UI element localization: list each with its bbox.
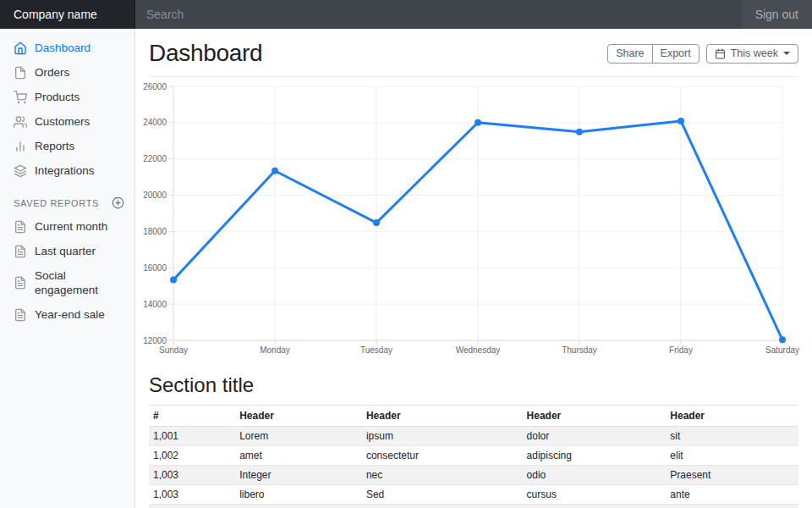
table-cell: nec <box>362 466 523 485</box>
table-row: 1,003IntegernecodioPraesent <box>149 466 798 485</box>
saved-report-current-month[interactable]: Current month <box>0 214 135 239</box>
x-axis-label: Tuesday <box>360 345 392 355</box>
x-axis-label: Saturday <box>765 345 799 355</box>
sidebar-item-orders[interactable]: Orders <box>0 60 135 85</box>
table-cell: Sed <box>362 485 523 505</box>
table-cell: consectetur <box>362 446 523 466</box>
saved-report-last-quarter[interactable]: Last quarter <box>0 239 135 263</box>
y-axis-label: 12000 <box>143 336 167 345</box>
table-row: 1,002ametconsecteturadipiscingelit <box>149 446 798 466</box>
chart-point <box>678 118 684 124</box>
sidebar-item-products[interactable]: Products <box>0 85 135 109</box>
table-header-cell: Header <box>523 406 667 427</box>
date-range-dropdown[interactable]: This week <box>706 44 798 64</box>
brand-link[interactable]: Company name <box>0 0 135 29</box>
table-cell: sit <box>666 427 798 446</box>
table-cell: odio <box>523 466 667 485</box>
file-icon <box>14 66 27 80</box>
table-cell: dolor <box>523 427 667 446</box>
table-cell: 1,001 <box>149 427 235 446</box>
chart-point <box>170 276 177 283</box>
nav-label: Orders <box>35 65 69 80</box>
nav-label: Products <box>35 90 80 104</box>
table-row: 1,003liberoSedcursusante <box>149 485 798 505</box>
saved-report-year-end-sale[interactable]: Year-end sale <box>0 302 135 327</box>
date-range-label: This week <box>731 47 778 60</box>
y-axis-label: 22000 <box>143 154 167 163</box>
table-cell: 1,003 <box>149 485 235 505</box>
table-header-cell: Header <box>235 406 362 427</box>
bar-chart-icon <box>14 140 27 153</box>
y-axis-label: 26000 <box>143 82 167 91</box>
table-cell: Praesent <box>666 466 798 485</box>
nav-label: Social engagement <box>35 268 122 297</box>
saved-reports-label: Saved reports <box>14 198 99 208</box>
file-text-icon <box>14 276 27 290</box>
table-cell: 1,002 <box>149 446 235 466</box>
calendar-icon <box>715 48 726 59</box>
x-axis-label: Thursday <box>562 345 597 355</box>
table-cell: dapibus <box>235 505 362 508</box>
x-axis-label: Monday <box>260 345 290 355</box>
table-header-cell: Header <box>362 406 523 427</box>
y-axis-label: 24000 <box>143 118 167 127</box>
caret-down-icon <box>783 52 790 55</box>
sidebar-item-dashboard[interactable]: Dashboard <box>0 36 135 60</box>
table-cell: diam <box>362 505 523 508</box>
saved-reports-heading: Saved reports <box>0 183 135 214</box>
plus-circle-icon <box>112 196 124 209</box>
file-text-icon <box>14 308 27 322</box>
sidebar-item-customers[interactable]: Customers <box>0 109 135 134</box>
table-row: 1,004dapibusdiamSednisi <box>149 505 798 508</box>
toolbar: Share Export This week <box>607 44 798 64</box>
y-axis-label: 18000 <box>143 227 167 236</box>
file-text-icon <box>14 245 27 258</box>
nav-label: Current month <box>35 219 107 234</box>
chart-point <box>779 336 786 343</box>
table-cell: Sed <box>523 505 667 508</box>
top-navbar: Company name Sign out <box>0 0 812 29</box>
chart-point <box>373 219 380 226</box>
table-cell: adipiscing <box>523 446 667 466</box>
x-axis-label: Friday <box>669 345 693 355</box>
table-cell: elit <box>666 446 798 466</box>
page-title: Dashboard <box>149 40 262 67</box>
revenue-chart: 2600024000220002000018000160001400012000… <box>149 79 798 362</box>
x-axis-label: Wednesday <box>456 345 501 355</box>
add-report-button[interactable] <box>112 196 124 209</box>
search-input[interactable] <box>135 0 742 29</box>
table-cell: 1,003 <box>149 466 235 485</box>
chart-point <box>475 119 481 126</box>
table-cell: libero <box>235 485 362 505</box>
users-icon <box>14 115 27 129</box>
table-cell: Lorem <box>235 427 362 446</box>
table-cell: Integer <box>235 466 362 485</box>
sidebar: DashboardOrdersProductsCustomersReportsI… <box>0 29 135 508</box>
chart-point <box>576 129 583 135</box>
saved-report-social-engagement[interactable]: Social engagement <box>0 263 135 302</box>
section-title: Section title <box>149 373 798 397</box>
sidebar-item-integrations[interactable]: Integrations <box>0 158 135 183</box>
nav-label: Customers <box>35 114 90 129</box>
x-axis-label: Sunday <box>159 345 188 355</box>
sidebar-nav: DashboardOrdersProductsCustomersReportsI… <box>0 36 135 183</box>
table-header-cell: Header <box>666 406 798 427</box>
table-cell: cursus <box>523 485 667 505</box>
y-axis-label: 14000 <box>143 300 167 309</box>
y-axis-label: 20000 <box>143 190 167 200</box>
home-icon <box>14 41 27 55</box>
table-header-row: #HeaderHeaderHeaderHeader <box>149 406 798 427</box>
saved-reports-nav: Current monthLast quarterSocial engageme… <box>0 214 135 327</box>
table-cell: 1,004 <box>149 505 235 508</box>
page-header: Dashboard Share Export This week <box>149 29 798 77</box>
signout-link[interactable]: Sign out <box>742 0 812 29</box>
nav-label: Last quarter <box>35 244 96 258</box>
layers-icon <box>14 164 27 178</box>
table-cell: amet <box>235 446 362 466</box>
file-text-icon <box>14 220 27 234</box>
y-axis-label: 16000 <box>143 263 167 273</box>
sidebar-item-reports[interactable]: Reports <box>0 134 135 158</box>
share-button[interactable]: Share <box>607 44 652 64</box>
nav-label: Reports <box>35 139 74 153</box>
export-button[interactable]: Export <box>652 44 700 64</box>
